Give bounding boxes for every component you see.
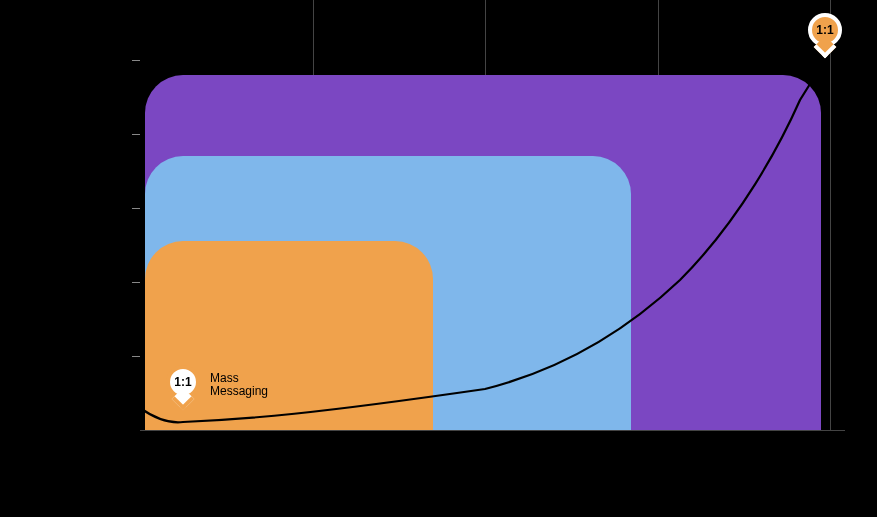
gridline-v — [830, 0, 831, 430]
marker-start-caption: Mass Messaging — [210, 372, 268, 398]
y-tick — [132, 282, 140, 283]
y-tick — [132, 208, 140, 209]
marker-start: 1:1 — [166, 365, 200, 399]
y-tick — [132, 356, 140, 357]
marker-end: 1:1 — [808, 13, 842, 47]
y-tick — [132, 60, 140, 61]
chart-stage: 1:1 Mass Messaging 1:1 — [0, 0, 877, 517]
gridline-h — [140, 430, 845, 431]
y-tick — [132, 134, 140, 135]
